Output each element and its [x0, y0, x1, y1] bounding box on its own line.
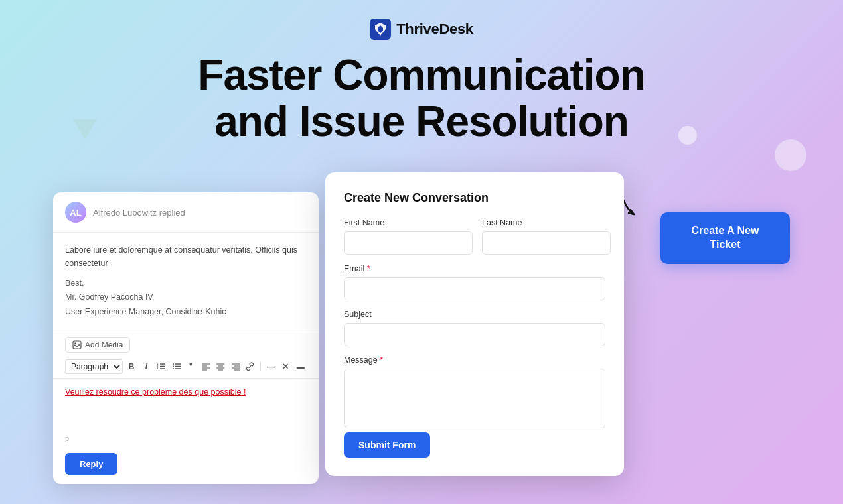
- logo: ThriveDesk: [370, 19, 473, 40]
- add-media-button[interactable]: Add Media: [65, 337, 130, 353]
- align-center-icon: [216, 363, 224, 371]
- hero-title: Faster Communication and Issue Resolutio…: [156, 52, 687, 145]
- body-text: Labore iure et doloremque at consequatur…: [65, 243, 307, 270]
- create-new-ticket-button[interactable]: Create A New Ticket: [660, 212, 790, 264]
- editor-area[interactable]: Veuillez résoudre ce problème dès que po…: [53, 379, 319, 432]
- image-icon: [72, 340, 82, 349]
- link-button[interactable]: [244, 359, 256, 374]
- horizontal-rule-button[interactable]: —: [265, 359, 277, 374]
- italic-button[interactable]: I: [140, 359, 152, 374]
- ol-button[interactable]: 1 2 3: [155, 359, 167, 374]
- reply-widget-header: AL Alfredo Lubowitz replied: [53, 192, 319, 233]
- content-area: AL Alfredo Lubowitz replied Labore iure …: [0, 172, 843, 504]
- first-name-label: First Name: [344, 218, 473, 227]
- message-required: *: [378, 355, 383, 365]
- subject-input[interactable]: [344, 323, 605, 346]
- message-textarea[interactable]: [344, 369, 605, 428]
- email-required: *: [364, 264, 370, 273]
- align-left-icon: [202, 363, 210, 371]
- align-right-button[interactable]: [229, 359, 241, 374]
- last-name-input[interactable]: [482, 231, 611, 255]
- sign-name: Mr. Godfrey Pacocha IV: [65, 290, 307, 304]
- email-label: Email *: [344, 264, 605, 273]
- subject-group: Subject: [344, 310, 605, 346]
- align-center-button[interactable]: [214, 359, 226, 374]
- ol-icon: 1 2 3: [157, 362, 165, 371]
- toolbar: Paragraph B I 1 2 3: [53, 357, 319, 379]
- name-row: First Name Last Name: [344, 218, 605, 255]
- svg-point-13: [173, 366, 174, 367]
- reply-widget: AL Alfredo Lubowitz replied Labore iure …: [53, 192, 319, 484]
- message-label: Message *: [344, 355, 605, 365]
- email-input[interactable]: [344, 277, 605, 300]
- bold-button[interactable]: B: [125, 359, 137, 374]
- user-name: Alfredo Lubowitz: [93, 208, 157, 218]
- link-icon: [246, 362, 254, 371]
- first-name-group: First Name: [344, 218, 473, 255]
- align-right-icon: [232, 363, 240, 371]
- deco-triangle: [73, 119, 97, 139]
- align-left-button[interactable]: [200, 359, 212, 374]
- logo-text: ThriveDesk: [396, 21, 473, 38]
- sign: Best, Mr. Godfrey Pacocha IV User Experi…: [65, 277, 307, 319]
- last-name-group: Last Name: [482, 218, 611, 255]
- last-name-label: Last Name: [482, 218, 611, 227]
- message-group: Message *: [344, 355, 605, 428]
- header: ThriveDesk Faster Communication and Issu…: [0, 0, 843, 145]
- subject-label: Subject: [344, 310, 605, 319]
- email-group: Email *: [344, 264, 605, 300]
- first-name-input[interactable]: [344, 231, 473, 255]
- avatar: AL: [65, 202, 86, 223]
- reply-button[interactable]: Reply: [65, 453, 117, 475]
- remove-format-button[interactable]: ✕: [279, 359, 291, 374]
- svg-text:3: 3: [157, 367, 159, 370]
- add-media-label: Add Media: [85, 340, 123, 349]
- replied-label: replied: [159, 208, 185, 218]
- blockquote-button[interactable]: ": [185, 359, 196, 374]
- submit-form-button[interactable]: Submit Form: [344, 432, 430, 458]
- editor-para-label: p: [53, 432, 319, 448]
- ul-button[interactable]: [170, 359, 182, 374]
- modal-title: Create New Conversation: [344, 191, 605, 205]
- ul-icon: [172, 362, 181, 371]
- toolbar-separator: [260, 362, 261, 371]
- expand-button[interactable]: ▬: [295, 359, 307, 374]
- deco-circle-large: [775, 139, 806, 171]
- editor-content: Veuillez résoudre ce problème dès que po…: [65, 387, 246, 397]
- sign-best: Best,: [65, 277, 307, 290]
- svg-point-12: [173, 363, 174, 365]
- replied-text: Alfredo Lubowitz replied: [93, 208, 185, 218]
- create-conversation-modal: Create New Conversation First Name Last …: [325, 172, 624, 476]
- reply-body: Labore iure et doloremque at consequatur…: [53, 233, 319, 330]
- paragraph-select[interactable]: Paragraph: [65, 359, 123, 374]
- sign-title: User Experience Manager, Considine-Kuhic: [65, 305, 307, 319]
- thrivedesk-logo-icon: [370, 19, 391, 40]
- deco-circle-small: [678, 126, 697, 145]
- svg-point-14: [173, 368, 174, 369]
- svg-point-2: [74, 342, 76, 344]
